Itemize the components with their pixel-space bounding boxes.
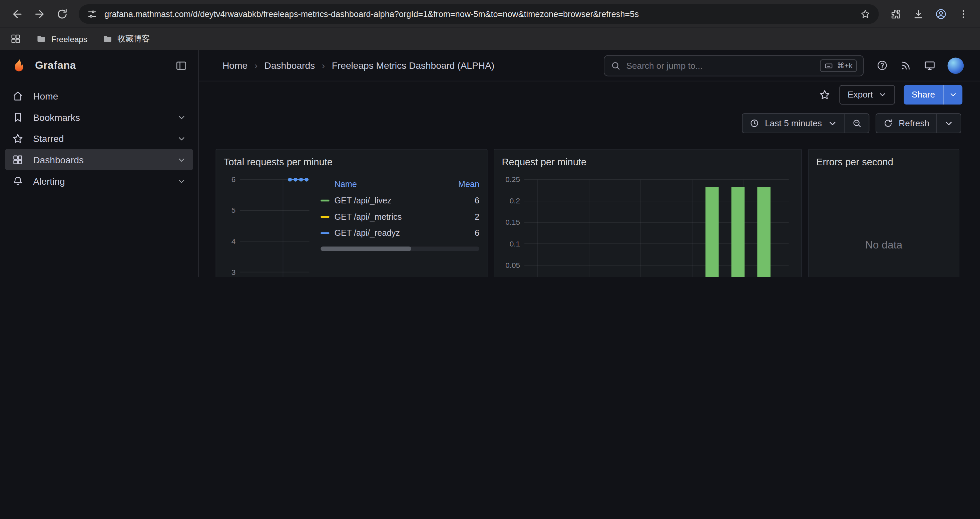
forward-arrow-icon (33, 8, 45, 20)
sidebar-brand: Grafana (0, 50, 198, 81)
user-avatar[interactable] (948, 57, 964, 73)
folder-icon (102, 34, 112, 44)
share-menu-button[interactable] (943, 85, 963, 104)
rss-icon[interactable] (900, 59, 912, 72)
star-icon (819, 88, 831, 101)
share-label: Share (912, 89, 935, 99)
forward-button[interactable] (29, 3, 50, 24)
bookmark-folder-blog[interactable]: 收藏博客 (102, 33, 150, 45)
total-requests-chart[interactable]: 6543217:40 (224, 173, 315, 277)
back-button[interactable] (6, 3, 28, 24)
panel-title[interactable]: Request per minute (502, 155, 794, 173)
breadcrumb-dashboards[interactable]: Dashboards (264, 60, 315, 71)
legend-header-mean[interactable]: Mean (443, 179, 479, 189)
chevron-down-icon[interactable] (177, 176, 186, 185)
folder-icon (37, 34, 46, 44)
chevron-down-icon[interactable] (177, 155, 186, 164)
grafana-logo-icon[interactable] (11, 57, 27, 74)
bookmark-icon (12, 111, 24, 123)
breadcrumb-home[interactable]: Home (223, 60, 248, 71)
reload-button[interactable] (51, 3, 73, 24)
series-color-dash (321, 216, 329, 217)
main-area: Home Dashboards Freeleaps Metrics Dashbo… (199, 50, 980, 277)
search-shortcut-text: ⌘+k (837, 61, 853, 70)
dock-sidebar-toggle-icon[interactable] (175, 59, 188, 72)
help-icon[interactable] (876, 59, 888, 72)
breadcrumb-current: Freeleaps Metrics Dashboard (ALPHA) (332, 60, 494, 71)
legend-series-name: GET /api/_readyz (334, 228, 443, 238)
legend-row[interactable]: GET /api/_readyz 6 (321, 225, 479, 241)
time-controls: Last 5 minutes Refresh (199, 107, 980, 139)
search-shortcut-badge: ⌘+k (820, 59, 857, 72)
address-bar[interactable]: grafana.mathmast.com/d/deytv4rwavabkb/fr… (79, 4, 878, 23)
panel-title[interactable]: Total requests per minute (224, 155, 479, 173)
extensions-button[interactable] (885, 3, 906, 24)
monitor-icon[interactable] (924, 59, 935, 72)
sidebar-item-bookmarks[interactable]: Bookmarks (5, 107, 193, 128)
panel-request-per-minute: Request per minute 0.250.20.150.10.05017… (494, 149, 802, 277)
sidebar-item-label: Starred (33, 133, 64, 144)
search-input[interactable] (626, 61, 814, 70)
zoom-out-button[interactable] (844, 114, 869, 133)
panel-total-requests-per-minute: Total requests per minute 6543217:40 Nam… (215, 149, 487, 277)
time-range-picker[interactable]: Last 5 minutes (743, 114, 845, 133)
keyboard-icon (824, 61, 833, 70)
chevron-down-icon[interactable] (177, 134, 186, 143)
profile-avatar-icon (935, 8, 947, 20)
downloads-button[interactable] (908, 3, 929, 24)
legend-series-name: GET /api/_metrics (334, 212, 443, 221)
browser-toolbar: grafana.mathmast.com/d/deytv4rwavabkb/fr… (0, 0, 980, 27)
legend-series-mean: 6 (443, 196, 479, 205)
panel-title[interactable]: Errors per second (816, 155, 951, 173)
sidebar-nav: Home Bookmarks Starred Dashboards (0, 81, 198, 195)
sidebar-item-alerting[interactable]: Alerting (5, 170, 193, 192)
top-header: Home Dashboards Freeleaps Metrics Dashbo… (199, 50, 980, 81)
legend-scrollbar[interactable] (321, 246, 479, 251)
refresh-interval-button[interactable] (936, 114, 961, 133)
sidebar-item-home[interactable]: Home (5, 85, 193, 107)
site-settings-icon[interactable] (87, 8, 97, 19)
profile-button[interactable] (930, 3, 951, 24)
refresh-group: Refresh (876, 113, 961, 133)
time-range-label: Last 5 minutes (765, 118, 822, 128)
export-button[interactable]: Export (840, 85, 895, 104)
bookmark-folder-freeleaps[interactable]: Freeleaps (37, 34, 88, 44)
legend-row[interactable]: GET /api/_metrics 2 (321, 208, 479, 225)
legend-row[interactable]: GET /api/_livez 6 (321, 192, 479, 208)
browser-toolbar-right (885, 3, 974, 24)
sidebar-item-dashboards[interactable]: Dashboards (5, 149, 193, 170)
bookmark-star-icon[interactable] (860, 8, 870, 19)
url-text[interactable]: grafana.mathmast.com/d/deytv4rwavabkb/fr… (104, 9, 853, 18)
browser-menu-button[interactable] (953, 3, 974, 24)
chevron-down-icon (827, 118, 838, 128)
dashboards-grid-icon (12, 153, 24, 166)
chart-plot (502, 173, 794, 277)
search-box[interactable]: ⌘+k (604, 55, 864, 76)
chevron-down-icon[interactable] (177, 112, 186, 121)
series-color-dash (321, 200, 329, 201)
extensions-puzzle-icon (889, 8, 902, 20)
apps-grid-icon[interactable] (10, 33, 21, 45)
zoom-out-magnifier-icon (852, 118, 862, 128)
reload-icon (56, 8, 68, 20)
refresh-button[interactable]: Refresh (876, 114, 936, 133)
sidebar-item-starred[interactable]: Starred (5, 128, 193, 149)
favorite-star-button[interactable] (819, 88, 831, 101)
bookmarks-bar: Freeleaps 收藏博客 (0, 27, 980, 50)
search-icon (611, 61, 621, 70)
kebab-menu-icon (957, 8, 969, 20)
breadcrumb-separator (255, 60, 258, 71)
request-per-minute-chart[interactable]: 0.250.20.150.10.05017:37:0017:38:0017:39… (502, 173, 794, 277)
download-icon (912, 8, 924, 20)
share-button[interactable]: Share (904, 85, 943, 104)
legend-header-name[interactable]: Name (334, 179, 443, 189)
time-picker-group: Last 5 minutes (742, 113, 869, 133)
star-icon (12, 132, 24, 144)
home-icon (12, 90, 24, 102)
legend-series-mean: 6 (443, 228, 479, 238)
bell-icon (12, 175, 24, 187)
legend-scrollbar-thumb[interactable] (321, 246, 411, 251)
panel-errors-per-second: Errors per second No data (808, 149, 959, 277)
export-label: Export (848, 89, 873, 99)
sidebar-item-label: Bookmarks (33, 112, 80, 122)
